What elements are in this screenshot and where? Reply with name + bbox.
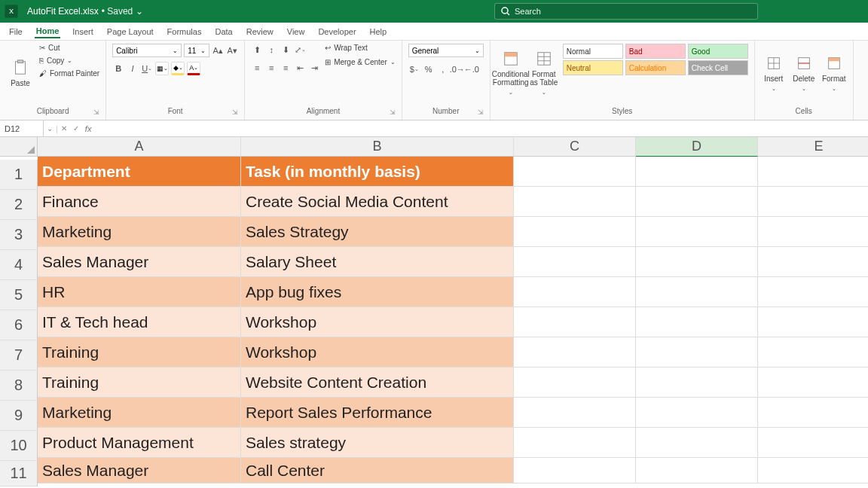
font-size-dropdown[interactable]: 11⌄	[184, 44, 209, 57]
cell-task[interactable]: Create Social Media Content	[241, 187, 514, 217]
menu-developer[interactable]: Developer	[316, 26, 357, 38]
align-middle-icon[interactable]: ↕	[265, 44, 277, 56]
cell[interactable]	[758, 157, 868, 187]
cell[interactable]	[758, 277, 868, 307]
style-calculation[interactable]: Calculation	[625, 60, 686, 75]
cell-task[interactable]: Sales Strategy	[241, 217, 514, 247]
select-all-corner[interactable]	[0, 137, 38, 157]
row-header[interactable]: 6	[0, 310, 38, 340]
filename[interactable]: AutoFit Excel.xlsx	[27, 6, 99, 17]
cell-dept[interactable]: Training	[38, 368, 241, 398]
cell-dept[interactable]: Product Management	[38, 428, 241, 458]
menu-data[interactable]: Data	[213, 26, 234, 38]
insert-cells-button[interactable]: Insert⌄	[761, 44, 787, 102]
cell[interactable]	[636, 428, 758, 458]
style-check-cell[interactable]: Check Cell	[688, 60, 748, 75]
cell[interactable]	[758, 307, 868, 337]
cell[interactable]	[514, 247, 636, 277]
col-header-b[interactable]: B	[241, 137, 514, 157]
font-color-button[interactable]: A⌄	[187, 62, 200, 75]
col-header-d[interactable]: D	[636, 137, 758, 157]
cut-button[interactable]: ✂Cut	[39, 44, 99, 52]
decrease-font-icon[interactable]: A▾	[226, 44, 238, 56]
cell[interactable]	[514, 337, 636, 368]
italic-button[interactable]: I	[127, 63, 139, 75]
cell-task[interactable]: Sales strategy	[241, 428, 514, 458]
cell[interactable]	[758, 458, 868, 483]
cell-dept[interactable]: Marketing	[38, 398, 241, 428]
saved-status[interactable]: • Saved ⌄	[102, 6, 143, 17]
table-header-task[interactable]: Task (in monthly basis)	[241, 157, 514, 187]
align-bottom-icon[interactable]: ⬇	[280, 44, 292, 56]
style-normal[interactable]: Normal	[563, 44, 623, 59]
cell[interactable]	[514, 428, 636, 458]
align-top-icon[interactable]: ⬆	[251, 44, 263, 56]
wrap-text-button[interactable]: ↩Wrap Text	[325, 44, 396, 52]
cell-dept[interactable]: Sales Manager	[38, 458, 241, 483]
cell-dept[interactable]: HR	[38, 277, 241, 307]
cell-task[interactable]: Website Content Creation	[241, 368, 514, 398]
cancel-formula-icon[interactable]: ✕	[58, 124, 70, 133]
cell[interactable]	[758, 217, 868, 247]
table-header-dept[interactable]: Department	[38, 157, 241, 187]
cell[interactable]	[514, 157, 636, 187]
cell[interactable]	[514, 277, 636, 307]
cell-dept[interactable]: Sales Manager	[38, 247, 241, 277]
menu-view[interactable]: View	[286, 26, 307, 38]
col-header-e[interactable]: E	[758, 137, 868, 157]
cell-dept[interactable]: IT & Tech head	[38, 307, 241, 337]
cell-task[interactable]: Call Center	[241, 458, 514, 483]
cell[interactable]	[758, 187, 868, 217]
underline-button[interactable]: U ⌄	[141, 63, 153, 75]
cell[interactable]	[758, 428, 868, 458]
align-right-icon[interactable]: ≡	[280, 62, 292, 74]
cell[interactable]	[636, 247, 758, 277]
style-neutral[interactable]: Neutral	[563, 60, 623, 75]
cell[interactable]	[758, 368, 868, 398]
style-good[interactable]: Good	[688, 44, 748, 59]
alignment-launcher[interactable]: ⇲	[390, 108, 396, 116]
cell[interactable]	[758, 337, 868, 368]
cell-dept[interactable]: Training	[38, 337, 241, 368]
clipboard-launcher[interactable]: ⇲	[93, 108, 99, 116]
row-header[interactable]: 3	[0, 220, 38, 250]
cell[interactable]	[514, 368, 636, 398]
align-center-icon[interactable]: ≡	[265, 62, 277, 74]
percent-icon[interactable]: %	[423, 63, 435, 75]
format-painter-button[interactable]: 🖌Format Painter	[39, 69, 99, 78]
indent-dec-icon[interactable]: ⇤	[294, 62, 306, 74]
menu-help[interactable]: Help	[368, 26, 389, 38]
indent-inc-icon[interactable]: ⇥	[308, 62, 320, 74]
namebox-dropdown-icon[interactable]: ⌄	[44, 124, 56, 133]
cell[interactable]	[636, 307, 758, 337]
row-header[interactable]: 11	[0, 461, 38, 486]
formula-input[interactable]	[94, 120, 868, 136]
cell-task[interactable]: Salary Sheet	[241, 247, 514, 277]
cell-dept[interactable]: Finance	[38, 187, 241, 217]
number-launcher[interactable]: ⇲	[478, 108, 484, 116]
number-format-dropdown[interactable]: General⌄	[408, 44, 484, 57]
delete-cells-button[interactable]: Delete⌄	[791, 44, 817, 102]
cell[interactable]	[514, 187, 636, 217]
comma-icon[interactable]: ,	[437, 63, 449, 75]
cell[interactable]	[514, 217, 636, 247]
cell[interactable]	[636, 458, 758, 483]
format-as-table-button[interactable]: Format as Table⌄	[530, 44, 558, 102]
cell[interactable]	[514, 307, 636, 337]
cell[interactable]	[636, 337, 758, 368]
accept-formula-icon[interactable]: ✓	[70, 124, 82, 133]
cell-task[interactable]: Workshop	[241, 307, 514, 337]
row-header[interactable]: 4	[0, 250, 38, 280]
menu-formulas[interactable]: Formulas	[166, 26, 203, 38]
cell[interactable]	[636, 217, 758, 247]
cell[interactable]	[636, 368, 758, 398]
cell-task[interactable]: App bug fixes	[241, 277, 514, 307]
row-header[interactable]: 5	[0, 280, 38, 310]
cell-task[interactable]: Report Sales Performance	[241, 398, 514, 428]
col-header-c[interactable]: C	[514, 137, 636, 157]
fill-color-button[interactable]: ◆⌄	[171, 62, 185, 75]
font-name-dropdown[interactable]: Calibri⌄	[112, 44, 182, 57]
paste-button[interactable]: Paste	[6, 44, 35, 102]
row-header[interactable]: 1	[0, 160, 38, 190]
cell[interactable]	[514, 398, 636, 428]
